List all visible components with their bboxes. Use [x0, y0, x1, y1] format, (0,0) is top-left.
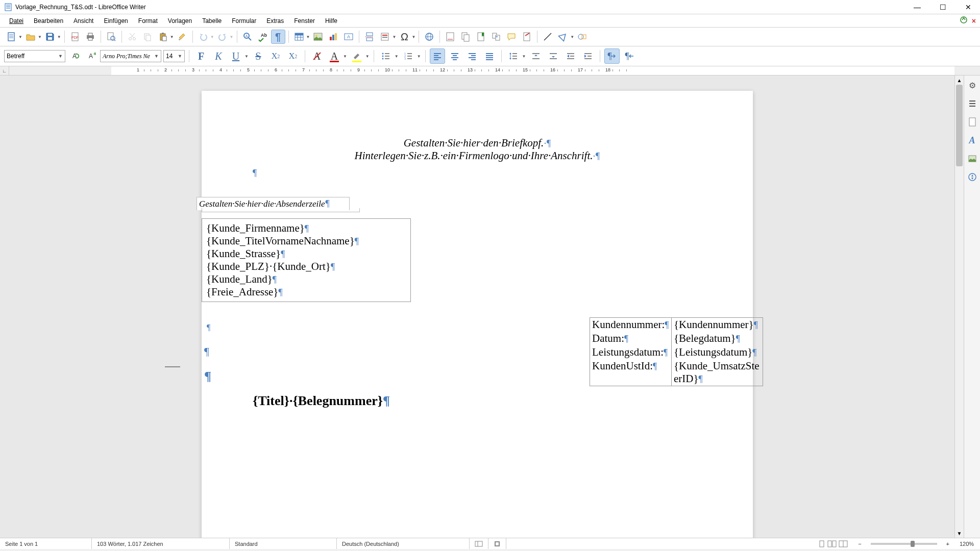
export-pdf-button[interactable]: PDF	[68, 30, 82, 44]
clone-formatting-button[interactable]	[175, 30, 189, 44]
menu-form[interactable]: Formular	[227, 15, 261, 27]
zoom-in-button[interactable]: +	[941, 538, 954, 549]
decrease-spacing-button[interactable]	[546, 48, 561, 64]
bookmark-button[interactable]	[474, 30, 488, 44]
sidebar-properties-icon[interactable]	[966, 97, 979, 110]
track-changes-button[interactable]	[520, 30, 534, 44]
highlight-dropdown[interactable]: ▼	[365, 54, 370, 59]
spellcheck-button[interactable]: Ab	[256, 30, 270, 44]
font-color-dropdown[interactable]: ▼	[343, 54, 347, 59]
increase-spacing-button[interactable]	[528, 48, 544, 64]
document-area[interactable]: Gestalten·Sie·hier·den·Briefkopf.·¶ Hint…	[0, 76, 954, 538]
sidebar-gallery-icon[interactable]	[966, 152, 979, 165]
shapes-dropdown[interactable]: ▼	[570, 35, 574, 39]
strikethrough-button[interactable]: S	[251, 48, 266, 64]
find-replace-button[interactable]: A	[240, 30, 255, 44]
single-page-icon[interactable]	[818, 540, 825, 547]
table-dropdown[interactable]: ▼	[306, 35, 310, 39]
clear-formatting-button[interactable]: A	[309, 48, 325, 64]
page-break-button[interactable]	[362, 30, 377, 44]
info-row[interactable]: Kundennummer:¶{Kundennummer}¶	[590, 318, 763, 332]
line-spacing-dropdown[interactable]: ▼	[522, 54, 526, 59]
print-preview-button[interactable]	[104, 30, 118, 44]
cut-button[interactable]	[125, 30, 139, 44]
formatting-marks-button[interactable]: ¶	[271, 30, 285, 44]
menu-styles[interactable]: Vorlagen	[163, 15, 197, 27]
basic-shapes-button[interactable]	[556, 30, 570, 44]
hyperlink-button[interactable]	[422, 30, 436, 44]
save-button[interactable]	[43, 30, 57, 44]
insert-chart-button[interactable]	[326, 30, 340, 44]
book-view-icon[interactable]	[839, 540, 848, 547]
bullet-list-button[interactable]	[378, 48, 394, 64]
close-button[interactable]: ✕	[961, 3, 976, 11]
status-words[interactable]: 103 Wörter, 1.017 Zeichen	[92, 538, 230, 549]
scrollbar-thumb[interactable]	[956, 85, 963, 166]
decrease-indent-button[interactable]	[580, 48, 596, 64]
sidebar-styles-icon[interactable]: A	[966, 134, 979, 147]
undo-dropdown[interactable]: ▼	[210, 35, 214, 39]
new-style-button[interactable]: A+	[84, 49, 98, 63]
zoom-slider[interactable]	[871, 543, 937, 545]
special-char-dropdown[interactable]: ▼	[411, 35, 415, 39]
menu-window[interactable]: Fenster	[289, 15, 320, 27]
superscript-button[interactable]: X2	[268, 48, 283, 64]
open-button[interactable]	[23, 30, 38, 44]
status-style[interactable]: Standard	[230, 538, 337, 549]
zoom-out-button[interactable]: −	[853, 538, 866, 549]
vertical-scrollbar[interactable]: ▲ ▼	[954, 76, 964, 538]
cross-ref-button[interactable]	[489, 30, 503, 44]
new-button[interactable]	[4, 30, 18, 44]
save-dropdown[interactable]: ▼	[57, 35, 61, 39]
info-frame[interactable]: Kundennummer:¶{Kundennummer}¶Datum:¶{Bel…	[590, 317, 763, 386]
endnote-button[interactable]	[458, 30, 473, 44]
horizontal-ruler[interactable]: ∟ 123456789101112131415161718	[0, 66, 980, 76]
address-line[interactable]: {Kunde_PLZ}·{Kunde_Ort}¶	[206, 260, 406, 273]
align-right-button[interactable]	[464, 48, 480, 64]
redo-button[interactable]	[215, 30, 230, 44]
number-dropdown[interactable]: ▼	[417, 54, 421, 59]
draw-functions-button[interactable]	[575, 30, 590, 44]
font-color-button[interactable]: A	[327, 48, 342, 64]
menu-table[interactable]: Tabelle	[197, 15, 227, 27]
highlight-color-button[interactable]	[349, 48, 364, 64]
header-line-1[interactable]: Gestalten·Sie·hier·den·Briefkopf.·¶	[253, 137, 702, 149]
minimize-button[interactable]: —	[910, 3, 925, 11]
insert-image-button[interactable]	[311, 30, 325, 44]
print-button[interactable]	[83, 30, 97, 44]
increase-indent-button[interactable]	[563, 48, 578, 64]
status-insert-mode[interactable]	[470, 538, 488, 549]
address-line[interactable]: {Kunde_Land}¶	[206, 273, 406, 286]
menu-view[interactable]: Ansicht	[68, 15, 99, 27]
open-dropdown[interactable]: ▼	[38, 35, 42, 39]
align-left-button[interactable]	[430, 48, 445, 64]
sidebar-navigator-icon[interactable]	[966, 170, 979, 184]
sidebar-page-icon[interactable]	[966, 115, 979, 129]
underline-dropdown[interactable]: ▼	[244, 54, 249, 59]
scroll-up-icon[interactable]: ▲	[955, 76, 964, 85]
page[interactable]: Gestalten·Sie·hier·den·Briefkopf.·¶ Hint…	[202, 91, 753, 538]
address-line[interactable]: {Kunde_Firmenname}¶	[206, 222, 406, 235]
subscript-button[interactable]: X2	[285, 48, 301, 64]
align-center-button[interactable]	[447, 48, 462, 64]
address-frame[interactable]: {Kunde_Firmenname}¶{Kunde_TitelVornameNa…	[202, 218, 411, 302]
address-line[interactable]: {Kunde_TitelVornameNachname}¶	[206, 235, 406, 247]
insert-textbox-button[interactable]: A	[341, 30, 356, 44]
menu-file[interactable]: Datei	[4, 15, 29, 27]
underline-button[interactable]: U	[228, 48, 243, 64]
status-view-buttons[interactable]	[813, 538, 853, 549]
footnote-button[interactable]	[443, 30, 457, 44]
bullet-dropdown[interactable]: ▼	[395, 54, 399, 59]
ltr-button[interactable]: ¶	[604, 48, 620, 64]
empty-paragraph[interactable]: ¶	[204, 369, 211, 384]
line-spacing-button[interactable]	[506, 48, 521, 64]
scroll-down-icon[interactable]: ▼	[955, 529, 964, 538]
update-style-button[interactable]: A	[67, 49, 82, 63]
number-list-button[interactable]: 123	[401, 48, 416, 64]
line-button[interactable]	[541, 30, 555, 44]
empty-paragraph[interactable]: ¶	[253, 166, 702, 179]
menu-edit[interactable]: Bearbeiten	[29, 15, 68, 27]
address-line[interactable]: {Kunde_Strasse}¶	[206, 247, 406, 260]
undo-button[interactable]	[196, 30, 210, 44]
document-title[interactable]: {Titel}·{Belegnummer}¶	[253, 393, 702, 409]
